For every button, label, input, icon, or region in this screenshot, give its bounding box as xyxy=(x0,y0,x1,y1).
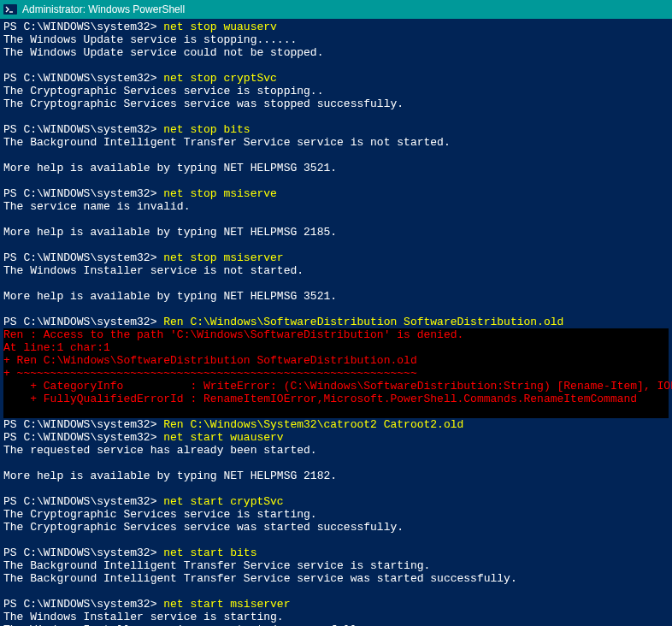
command-text: net start bits xyxy=(163,546,256,559)
output-line: The Background Intelligent Transfer Serv… xyxy=(3,136,669,149)
blank-line xyxy=(3,303,669,316)
command-line: PS C:\WINDOWS\system32> Ren C:\Windows\S… xyxy=(3,316,669,328)
blank-line xyxy=(3,174,669,187)
output-line: The Cryptographic Services service was s… xyxy=(3,97,669,110)
command-line: PS C:\WINDOWS\system32> Ren C:\Windows\S… xyxy=(3,418,669,431)
output-line: The Windows Update service could not be … xyxy=(3,46,669,59)
error-line: + ~~~~~~~~~~~~~~~~~~~~~~~~~~~~~~~~~~~~~~… xyxy=(3,367,669,380)
svg-rect-0 xyxy=(3,4,17,15)
command-text: net start wuauserv xyxy=(163,431,283,444)
blank-line xyxy=(3,534,669,546)
prompt: PS C:\WINDOWS\system32> xyxy=(3,495,163,508)
output-line: The Windows Update service is stopping..… xyxy=(3,33,669,46)
command-line: PS C:\WINDOWS\system32> net start cryptS… xyxy=(3,495,669,508)
prompt: PS C:\WINDOWS\system32> xyxy=(3,316,163,328)
output-line: The Cryptographic Services service was s… xyxy=(3,521,669,534)
output-line: The Cryptographic Services service is st… xyxy=(3,508,669,521)
error-line: + CategoryInfo : WriteError: (C:\Windows… xyxy=(3,380,669,393)
command-text: net start cryptSvc xyxy=(163,495,283,508)
command-line: PS C:\WINDOWS\system32> net stop msiserv… xyxy=(3,251,669,264)
error-line: + FullyQualifiedErrorId : RenameItemIOEr… xyxy=(3,393,669,405)
output-line: More help is available by typing NET HEL… xyxy=(3,226,669,239)
blank-line xyxy=(3,59,669,72)
output-line: The Windows Installer service is startin… xyxy=(3,611,669,623)
command-line: PS C:\WINDOWS\system32> net start wuause… xyxy=(3,431,669,444)
output-line: The requested service has already been s… xyxy=(3,444,669,457)
output-line: More help is available by typing NET HEL… xyxy=(3,290,669,303)
command-line: PS C:\WINDOWS\system32> net start msiser… xyxy=(3,598,669,611)
prompt: PS C:\WINDOWS\system32> xyxy=(3,251,163,264)
command-line: PS C:\WINDOWS\system32> net start bits xyxy=(3,546,669,559)
output-line: The Background Intelligent Transfer Serv… xyxy=(3,572,669,585)
blank-line xyxy=(3,457,669,470)
blank-line xyxy=(3,239,669,251)
command-text: net stop cryptSvc xyxy=(163,72,277,85)
blank-line xyxy=(3,213,669,226)
blank-line xyxy=(3,277,669,290)
blank-line xyxy=(3,110,669,123)
command-text: net stop msiserver xyxy=(163,251,283,264)
output-line: More help is available by typing NET HEL… xyxy=(3,470,669,482)
error-block: Ren : Access to the path 'C:\Windows\Sof… xyxy=(3,328,669,418)
command-line: PS C:\WINDOWS\system32> net stop cryptSv… xyxy=(3,72,669,85)
window-titlebar[interactable]: Administrator: Windows PowerShell xyxy=(0,0,672,19)
prompt: PS C:\WINDOWS\system32> xyxy=(3,72,163,85)
command-text: net stop wuauserv xyxy=(163,21,277,33)
window-title: Administrator: Windows PowerShell xyxy=(22,3,185,15)
powershell-icon xyxy=(3,3,17,16)
command-text: net stop msiserve xyxy=(163,187,277,200)
error-line: + Ren C:\Windows\SoftwareDistribution So… xyxy=(3,354,669,367)
prompt: PS C:\WINDOWS\system32> xyxy=(3,187,163,200)
output-line: More help is available by typing NET HEL… xyxy=(3,162,669,174)
prompt: PS C:\WINDOWS\system32> xyxy=(3,431,163,444)
error-line: At line:1 char:1 xyxy=(3,341,669,354)
prompt: PS C:\WINDOWS\system32> xyxy=(3,598,163,611)
output-line: The Cryptographic Services service is st… xyxy=(3,85,669,97)
error-line xyxy=(3,405,669,418)
command-text: Ren C:\Windows\System32\catroot2 Catroot… xyxy=(163,418,463,431)
output-line: The Background Intelligent Transfer Serv… xyxy=(3,559,669,572)
command-text: net stop bits xyxy=(163,123,250,136)
command-text: Ren C:\Windows\SoftwareDistribution Soft… xyxy=(163,316,563,328)
blank-line xyxy=(3,585,669,598)
prompt: PS C:\WINDOWS\system32> xyxy=(3,418,163,431)
command-text: net start msiserver xyxy=(163,598,290,611)
blank-line xyxy=(3,149,669,162)
output-line: The Windows Installer service is not sta… xyxy=(3,264,669,277)
prompt: PS C:\WINDOWS\system32> xyxy=(3,123,163,136)
command-line: PS C:\WINDOWS\system32> net stop msiserv… xyxy=(3,187,669,200)
command-line: PS C:\WINDOWS\system32> net stop bits xyxy=(3,123,669,136)
prompt: PS C:\WINDOWS\system32> xyxy=(3,546,163,559)
command-line: PS C:\WINDOWS\system32> net stop wuauser… xyxy=(3,21,669,33)
output-line: The service name is invalid. xyxy=(3,200,669,213)
error-line: Ren : Access to the path 'C:\Windows\Sof… xyxy=(3,328,669,341)
prompt: PS C:\WINDOWS\system32> xyxy=(3,21,163,33)
terminal-output[interactable]: PS C:\WINDOWS\system32> net stop wuauser… xyxy=(0,19,672,626)
blank-line xyxy=(3,482,669,495)
